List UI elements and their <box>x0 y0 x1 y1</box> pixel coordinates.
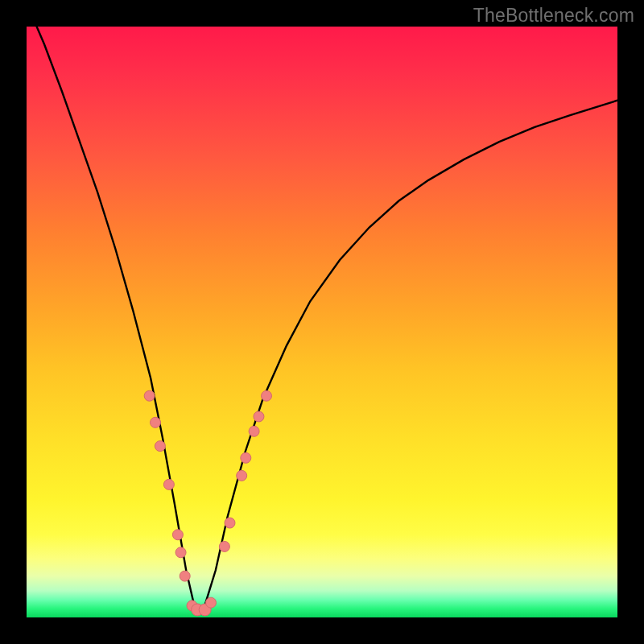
marker-group-left <box>144 390 197 611</box>
data-marker <box>262 390 272 401</box>
data-marker <box>151 417 161 427</box>
chart-frame: TheBottleneck.com <box>0 0 644 644</box>
chart-svg <box>27 27 617 617</box>
bottleneck-curve <box>27 27 617 609</box>
data-marker <box>254 411 264 422</box>
data-marker <box>237 470 247 481</box>
data-marker <box>219 541 229 551</box>
data-marker <box>206 597 217 608</box>
watermark-text: TheBottleneck.com <box>473 5 634 27</box>
data-marker <box>144 390 155 401</box>
data-marker <box>175 547 186 558</box>
marker-group-right <box>206 390 272 608</box>
data-marker <box>241 452 251 463</box>
data-marker <box>225 518 235 528</box>
data-marker <box>172 530 183 540</box>
data-marker <box>163 479 174 489</box>
data-marker <box>249 426 259 436</box>
data-marker <box>180 571 190 581</box>
data-marker <box>155 441 165 452</box>
plot-area <box>27 27 617 617</box>
